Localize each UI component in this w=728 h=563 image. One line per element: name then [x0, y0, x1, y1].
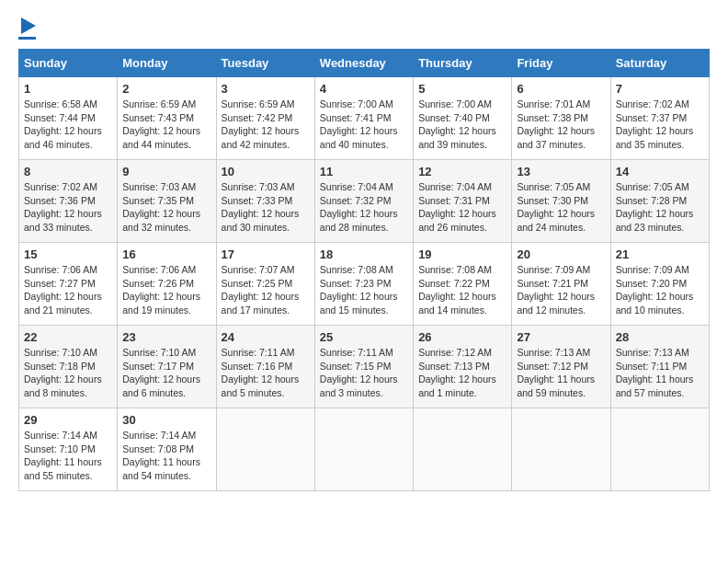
- day-info: Sunrise: 7:12 AM Sunset: 7:13 PM Dayligh…: [418, 346, 506, 400]
- sunrise-text: Sunrise: 7:10 AM: [122, 347, 196, 358]
- sunset-text: Sunset: 7:27 PM: [24, 278, 96, 289]
- daylight-text: Daylight: 12 hours and 19 minutes.: [122, 291, 200, 316]
- sunrise-text: Sunrise: 7:00 AM: [418, 98, 492, 109]
- sunrise-text: Sunrise: 7:03 AM: [122, 181, 196, 192]
- day-cell: 18 Sunrise: 7:08 AM Sunset: 7:23 PM Dayl…: [314, 243, 413, 326]
- sunrise-text: Sunrise: 7:09 AM: [517, 264, 590, 275]
- sunrise-text: Sunrise: 7:11 AM: [222, 347, 295, 358]
- day-info: Sunrise: 7:10 AM Sunset: 7:18 PM Dayligh…: [24, 346, 112, 400]
- sunrise-text: Sunrise: 7:07 AM: [222, 264, 295, 275]
- sunset-text: Sunset: 7:38 PM: [517, 112, 588, 123]
- sunrise-text: Sunrise: 7:03 AM: [222, 181, 295, 192]
- day-cell: 3 Sunrise: 6:59 AM Sunset: 7:42 PM Dayli…: [216, 77, 314, 160]
- col-saturday: Saturday: [610, 50, 709, 77]
- sunrise-text: Sunrise: 7:05 AM: [517, 181, 590, 192]
- sunrise-text: Sunrise: 6:59 AM: [122, 98, 196, 109]
- sunrise-text: Sunrise: 7:13 AM: [517, 347, 590, 358]
- logo: [18, 18, 36, 40]
- col-wednesday: Wednesday: [314, 50, 413, 77]
- daylight-text: Daylight: 12 hours and 32 minutes.: [122, 208, 200, 233]
- day-info: Sunrise: 7:11 AM Sunset: 7:15 PM Dayligh…: [320, 346, 408, 400]
- sunset-text: Sunset: 7:23 PM: [320, 278, 392, 289]
- day-number: 13: [517, 165, 605, 178]
- day-number: 9: [122, 165, 210, 178]
- sunset-text: Sunset: 7:37 PM: [616, 112, 688, 123]
- sunset-text: Sunset: 7:13 PM: [418, 361, 490, 372]
- header-row: Sunday Monday Tuesday Wednesday Thursday…: [19, 50, 710, 77]
- day-cell: 1 Sunrise: 6:58 AM Sunset: 7:44 PM Dayli…: [19, 77, 118, 160]
- day-number: 22: [24, 330, 112, 344]
- day-info: Sunrise: 7:06 AM Sunset: 7:26 PM Dayligh…: [122, 263, 210, 317]
- sunset-text: Sunset: 7:36 PM: [24, 195, 96, 206]
- sunrise-text: Sunrise: 7:14 AM: [24, 430, 97, 441]
- day-number: 21: [616, 247, 704, 261]
- day-info: Sunrise: 6:59 AM Sunset: 7:42 PM Dayligh…: [222, 98, 310, 152]
- day-info: Sunrise: 7:09 AM Sunset: 7:21 PM Dayligh…: [517, 263, 605, 317]
- empty-cell: [512, 408, 610, 491]
- daylight-text: Daylight: 12 hours and 37 minutes.: [517, 125, 595, 150]
- day-info: Sunrise: 7:04 AM Sunset: 7:32 PM Dayligh…: [320, 180, 408, 235]
- day-number: 10: [222, 165, 310, 178]
- daylight-text: Daylight: 12 hours and 17 minutes.: [222, 291, 300, 316]
- day-number: 4: [320, 82, 408, 96]
- daylight-text: Daylight: 12 hours and 33 minutes.: [24, 208, 102, 233]
- empty-cell: [216, 408, 314, 491]
- empty-cell: [414, 408, 512, 491]
- calendar-table: Sunday Monday Tuesday Wednesday Thursday…: [18, 49, 710, 491]
- calendar-week-row: 8 Sunrise: 7:02 AM Sunset: 7:36 PM Dayli…: [19, 160, 710, 243]
- sunset-text: Sunset: 7:33 PM: [222, 195, 293, 206]
- day-info: Sunrise: 7:10 AM Sunset: 7:17 PM Dayligh…: [122, 346, 210, 400]
- col-monday: Monday: [118, 50, 216, 77]
- sunset-text: Sunset: 7:30 PM: [517, 195, 588, 206]
- day-cell: 7 Sunrise: 7:02 AM Sunset: 7:37 PM Dayli…: [610, 77, 709, 160]
- daylight-text: Daylight: 12 hours and 15 minutes.: [320, 291, 398, 316]
- day-number: 11: [320, 165, 408, 178]
- sunset-text: Sunset: 7:15 PM: [320, 361, 392, 372]
- day-cell: 12 Sunrise: 7:04 AM Sunset: 7:31 PM Dayl…: [414, 160, 512, 243]
- day-number: 19: [418, 247, 506, 261]
- sunset-text: Sunset: 7:12 PM: [517, 361, 588, 372]
- sunrise-text: Sunrise: 7:09 AM: [616, 264, 689, 275]
- daylight-text: Daylight: 12 hours and 24 minutes.: [517, 208, 595, 233]
- calendar-week-row: 15 Sunrise: 7:06 AM Sunset: 7:27 PM Dayl…: [19, 243, 710, 326]
- sunrise-text: Sunrise: 6:58 AM: [24, 98, 97, 109]
- sunrise-text: Sunrise: 7:06 AM: [122, 264, 196, 275]
- sunrise-text: Sunrise: 7:06 AM: [24, 264, 97, 275]
- day-info: Sunrise: 7:13 AM Sunset: 7:12 PM Dayligh…: [517, 346, 605, 400]
- sunset-text: Sunset: 7:11 PM: [616, 361, 688, 372]
- logo-arrow-icon: [21, 17, 36, 34]
- sunrise-text: Sunrise: 7:08 AM: [320, 264, 393, 275]
- day-cell: 19 Sunrise: 7:08 AM Sunset: 7:22 PM Dayl…: [414, 243, 512, 326]
- day-info: Sunrise: 7:03 AM Sunset: 7:33 PM Dayligh…: [222, 180, 310, 235]
- sunset-text: Sunset: 7:44 PM: [24, 112, 96, 123]
- daylight-text: Daylight: 12 hours and 3 minutes.: [320, 373, 398, 398]
- day-cell: 11 Sunrise: 7:04 AM Sunset: 7:32 PM Dayl…: [314, 160, 413, 243]
- day-number: 7: [616, 82, 704, 96]
- daylight-text: Daylight: 12 hours and 5 minutes.: [222, 373, 300, 398]
- day-info: Sunrise: 6:59 AM Sunset: 7:43 PM Dayligh…: [122, 98, 210, 152]
- day-info: Sunrise: 7:03 AM Sunset: 7:35 PM Dayligh…: [122, 180, 210, 235]
- day-number: 18: [320, 247, 408, 261]
- sunset-text: Sunset: 7:32 PM: [320, 195, 392, 206]
- daylight-text: Daylight: 12 hours and 28 minutes.: [320, 208, 398, 233]
- sunrise-text: Sunrise: 7:02 AM: [24, 181, 97, 192]
- day-info: Sunrise: 7:08 AM Sunset: 7:22 PM Dayligh…: [418, 263, 506, 317]
- sunrise-text: Sunrise: 7:11 AM: [320, 347, 393, 358]
- day-number: 2: [122, 82, 210, 96]
- day-number: 30: [122, 413, 210, 427]
- daylight-text: Daylight: 12 hours and 21 minutes.: [24, 291, 102, 316]
- day-cell: 30 Sunrise: 7:14 AM Sunset: 7:08 PM Dayl…: [118, 408, 216, 491]
- col-thursday: Thursday: [414, 50, 512, 77]
- day-cell: 24 Sunrise: 7:11 AM Sunset: 7:16 PM Dayl…: [216, 326, 314, 408]
- page-header: [18, 18, 710, 40]
- daylight-text: Daylight: 12 hours and 39 minutes.: [418, 125, 496, 150]
- daylight-text: Daylight: 12 hours and 44 minutes.: [122, 125, 200, 150]
- sunrise-text: Sunrise: 7:14 AM: [122, 430, 196, 441]
- sunrise-text: Sunrise: 7:04 AM: [418, 181, 492, 192]
- daylight-text: Daylight: 11 hours and 59 minutes.: [517, 373, 595, 398]
- day-cell: 4 Sunrise: 7:00 AM Sunset: 7:41 PM Dayli…: [314, 77, 413, 160]
- day-number: 26: [418, 330, 506, 344]
- day-info: Sunrise: 7:01 AM Sunset: 7:38 PM Dayligh…: [517, 98, 605, 152]
- sunset-text: Sunset: 7:28 PM: [616, 195, 688, 206]
- day-cell: 25 Sunrise: 7:11 AM Sunset: 7:15 PM Dayl…: [314, 326, 413, 408]
